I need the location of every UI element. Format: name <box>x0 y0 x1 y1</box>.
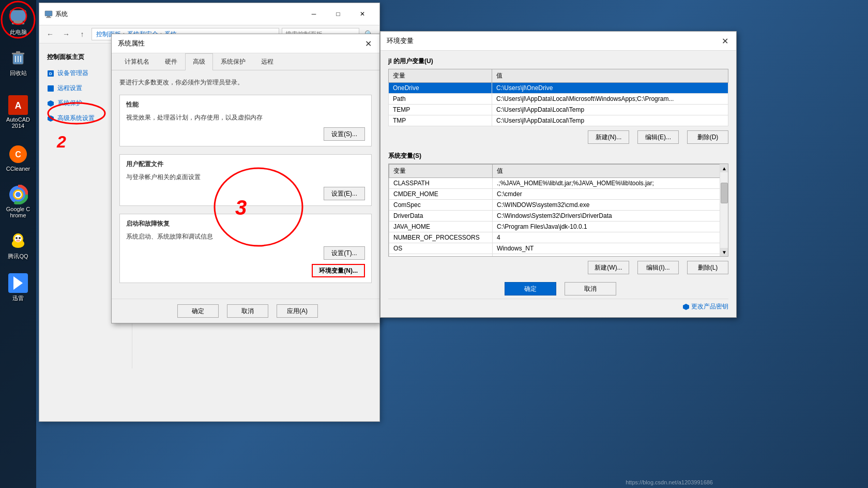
startup-title: 启动和故障恢复 <box>126 219 365 228</box>
desktop: 此电脑 回收站 A <box>0 0 868 488</box>
svg-rect-1 <box>13 21 23 23</box>
user-var-name-onedrive: OneDrive <box>389 83 492 94</box>
sys-var-value-java-home: C:\Program Files\Java\jdk-10.0.1 <box>493 221 728 232</box>
user-var-name-path: Path <box>389 94 492 105</box>
sysprop-close-btn[interactable]: ✕ <box>363 38 373 49</box>
user-var-row-temp[interactable]: TEMP C:\Users\jl\AppData\Local\Temp <box>389 105 728 115</box>
sys-var-name-path: Path <box>389 254 493 257</box>
sysprop-cancel-btn[interactable]: 取消 <box>227 304 268 318</box>
sys-var-row-classpath[interactable]: CLASSPATH .;%JAVA_HOME%\lib\dt.jar;%JAVA… <box>389 178 728 189</box>
sys-var-name-cmder: CMDER_HOME <box>389 189 493 200</box>
sysprop-footer: 确定 取消 应用(A) <box>112 299 379 323</box>
sys-var-row-path[interactable]: Path %JAVA_HOME%\bin;%JAVA_HOME%\jre\bin… <box>389 254 728 257</box>
performance-settings-btn[interactable]: 设置(S)... <box>324 127 365 141</box>
user-var-row-tmp[interactable]: TMP C:\Users\jl\AppData\Local\Temp <box>389 115 728 126</box>
tab-advanced[interactable]: 高级 <box>185 53 213 70</box>
sys-var-value-cmder: C:\cmder <box>493 189 728 200</box>
sys-var-row-os[interactable]: OS Windows_NT <box>389 243 728 254</box>
svg-point-22 <box>19 237 21 239</box>
envvar-close-btn[interactable]: ✕ <box>720 36 730 46</box>
sys-var-row-cmder[interactable]: CMDER_HOME C:\cmder <box>389 189 728 200</box>
user-var-row-onedrive[interactable]: OneDrive C:\Users\jl\OneDrive <box>389 83 728 94</box>
win-maximize-btn[interactable]: □ <box>326 6 350 22</box>
icon-autocad[interactable]: A AutoCAD 2014 <box>3 92 34 131</box>
sysprop-tab-bar: 计算机名 硬件 高级 系统保护 远程 <box>112 53 379 70</box>
tab-hardware[interactable]: 硬件 <box>157 53 185 70</box>
icon-label-recycle-bin: 回收站 <box>10 69 27 77</box>
performance-section: 性能 视觉效果，处理器计划，内存使用，以及虚拟内存 设置(S)... <box>119 95 372 146</box>
sysprop-info-text: 要进行大多数更改，你必须作为管理员登录。 <box>119 78 372 87</box>
sys-vars-buttons: 新建(W)... 编辑(I)... 删除(L) <box>388 261 728 274</box>
user-vars-buttons: 新建(N)... 编辑(E)... 删除(D) <box>388 130 728 144</box>
user-profiles-desc: 与登录帐户相关的桌面设置 <box>126 173 365 182</box>
startup-settings-btn[interactable]: 设置(T)... <box>324 246 365 260</box>
sys-var-edit-btn[interactable]: 编辑(I)... <box>637 261 679 274</box>
user-var-value-onedrive: C:\Users\jl\OneDrive <box>492 83 728 94</box>
sysprop-ok-btn[interactable]: 确定 <box>177 304 219 318</box>
envvar-ok-btn[interactable]: 确定 <box>505 282 556 295</box>
sys-var-name-java-home: JAVA_HOME <box>389 221 493 232</box>
nav-back-btn[interactable]: ← <box>43 27 57 41</box>
user-var-value-temp: C:\Users\jl\AppData\Local\Temp <box>492 105 728 115</box>
svg-point-21 <box>16 237 18 239</box>
sys-vars-header-value: 值 <box>493 165 728 178</box>
sys-var-value-num-processors: 4 <box>493 232 728 243</box>
icon-label-this-computer: 此电脑 <box>10 28 27 36</box>
sys-vars-inner[interactable]: 变量 值 CLASSPATH .;%JAVA_HOME%\lib\dt.jar;… <box>389 164 728 256</box>
sys-var-row-num-processors[interactable]: NUMBER_OF_PROCESSORS 4 <box>389 232 728 243</box>
svg-text:A: A <box>15 100 22 111</box>
icon-recycle-bin[interactable]: 回收站 <box>3 45 34 80</box>
system-properties-dialog: 系统属性 ✕ 计算机名 硬件 高级 系统保护 远程 要进行大多数更改，你必须作为… <box>111 34 380 323</box>
user-var-edit-btn[interactable]: 编辑(E)... <box>637 130 679 144</box>
system-window-titlebar: 系统 ─ □ ✕ <box>39 3 379 25</box>
svg-marker-33 <box>48 115 54 122</box>
icon-tencent-qq[interactable]: 腾讯QQ <box>3 228 34 263</box>
svg-marker-34 <box>683 304 689 310</box>
scrollbar-thumb[interactable] <box>721 183 728 203</box>
sys-var-row-comspec[interactable]: ComSpec C:\WINDOWS\system32\cmd.exe <box>389 200 728 211</box>
tab-remote[interactable]: 远程 <box>253 53 281 70</box>
nav-up-btn[interactable]: ↑ <box>75 27 89 41</box>
sysprop-titlebar: 系统属性 ✕ <box>112 34 379 53</box>
sys-var-row-driverdata[interactable]: DriverData C:\Windows\System32\Drivers\D… <box>389 211 728 221</box>
sys-vars-scrollbar[interactable]: ▲ ▼ <box>720 164 728 256</box>
sys-var-name-classpath: CLASSPATH <box>389 178 493 189</box>
sys-var-delete-btn[interactable]: 删除(L) <box>687 261 728 274</box>
sys-vars-header-name: 变量 <box>389 165 493 178</box>
sys-var-new-btn[interactable]: 新建(W)... <box>588 261 629 274</box>
svg-rect-28 <box>46 17 51 18</box>
tab-system-protection[interactable]: 系统保护 <box>213 53 253 70</box>
sys-var-row-java-home[interactable]: JAVA_HOME C:\Program Files\Java\jdk-10.0… <box>389 221 728 232</box>
user-var-name-tmp: TMP <box>389 115 492 126</box>
svg-rect-26 <box>45 11 52 16</box>
sysprop-apply-btn[interactable]: 应用(A) <box>277 304 318 318</box>
user-var-delete-btn[interactable]: 删除(D) <box>687 130 728 144</box>
nav-forward-btn[interactable]: → <box>59 27 73 41</box>
startup-section: 启动和故障恢复 系统启动、系统故障和调试信息 设置(T)... 环境变量(N).… <box>119 214 372 283</box>
win-minimize-btn[interactable]: ─ <box>302 6 326 22</box>
user-vars-header-value: 值 <box>492 69 728 83</box>
win-close-btn[interactable]: ✕ <box>351 6 374 22</box>
svg-point-23 <box>16 240 20 242</box>
envvar-cancel-btn[interactable]: 取消 <box>565 282 616 295</box>
user-vars-section: jl 的用户变量(U) 变量 值 OneDrive C:\Users\jl\On… <box>388 57 728 144</box>
tab-computer-name[interactable]: 计算机名 <box>117 53 157 70</box>
user-profiles-title: 用户配置文件 <box>126 160 365 169</box>
sys-vars-container: 变量 值 CLASSPATH .;%JAVA_HOME%\lib\dt.jar;… <box>388 164 728 257</box>
icon-ccleaner[interactable]: C CCleaner <box>3 141 34 174</box>
svg-rect-6 <box>16 51 20 53</box>
user-var-new-btn[interactable]: 新建(N)... <box>588 130 629 144</box>
env-vars-btn[interactable]: 环境变量(N)... <box>312 264 365 277</box>
icon-label-xunlei: 迅雷 <box>12 294 24 302</box>
change-product-key-link[interactable]: 更改产品密钥 <box>691 303 728 310</box>
svg-rect-27 <box>47 16 50 17</box>
user-profiles-settings-btn[interactable]: 设置(E)... <box>324 187 365 200</box>
icon-label-ccleaner: CCleaner <box>6 166 30 172</box>
icon-xunlei[interactable]: 迅雷 <box>3 270 34 305</box>
user-var-row-path[interactable]: Path C:\Users\jl\AppData\Local\Microsoft… <box>389 94 728 105</box>
icon-google-chrome[interactable]: Google Chrome <box>3 182 34 221</box>
icon-label-qq: 腾讯QQ <box>8 253 28 260</box>
user-var-name-temp: TEMP <box>389 105 492 115</box>
icon-this-computer[interactable]: 此电脑 <box>3 4 34 39</box>
envvar-content: jl 的用户变量(U) 变量 值 OneDrive C:\Users\jl\On… <box>380 51 736 317</box>
